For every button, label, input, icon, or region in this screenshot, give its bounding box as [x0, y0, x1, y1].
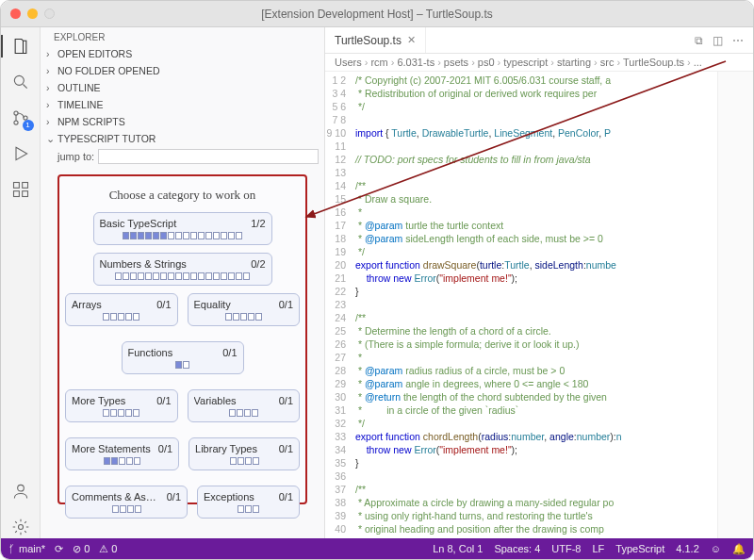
status-encoding[interactable]: UTF-8: [551, 543, 581, 555]
account-icon[interactable]: [9, 480, 32, 502]
explorer-icon[interactable]: [9, 35, 32, 58]
section-outline[interactable]: ›OUTLINE: [41, 79, 324, 96]
scm-badge: 1: [23, 120, 34, 131]
gear-icon[interactable]: [9, 516, 32, 538]
maximize-window-icon[interactable]: [44, 8, 55, 19]
tab-label: TurtleSoup.ts: [335, 34, 402, 47]
window-title: [Extension Development Host] – TurtleSou…: [261, 8, 492, 21]
jump-to-row: jump to:: [41, 147, 324, 167]
status-branch[interactable]: ᚶ main*: [8, 543, 45, 554]
minimap[interactable]: [717, 72, 753, 538]
close-window-icon[interactable]: [10, 8, 21, 19]
category-more-statements[interactable]: More Statements0/1: [65, 437, 179, 470]
svg-point-1: [13, 111, 17, 115]
category-equality[interactable]: Equality0/1: [188, 293, 301, 326]
split-editor-icon[interactable]: ◫: [713, 34, 723, 47]
status-eol[interactable]: LF: [592, 543, 604, 555]
status-language[interactable]: TypeScript: [615, 543, 664, 555]
window-controls[interactable]: [10, 8, 55, 19]
category-comments-assertions[interactable]: Comments & Assertions0/1: [65, 486, 188, 519]
category-basic-typescript[interactable]: Basic TypeScript1/2: [93, 212, 272, 245]
svg-point-2: [13, 121, 17, 124]
code-editor[interactable]: 1 2 3 4 5 6 7 8 9 10 11 12 13 14 15 16 1…: [325, 72, 753, 538]
section-npm-scripts[interactable]: ›NPM SCRIPTS: [41, 113, 324, 130]
explorer-panel: EXPLORER ›OPEN EDITORS›NO FOLDER OPENED›…: [41, 27, 325, 538]
status-errors[interactable]: ⊘ 0: [73, 543, 90, 555]
category-functions[interactable]: Functions0/1: [122, 341, 244, 374]
tutor-heading: Choose a category to work on: [65, 188, 300, 203]
line-gutter: 1 2 3 4 5 6 7 8 9 10 11 12 13 14 15 16 1…: [325, 72, 352, 538]
status-sync[interactable]: ⟳: [55, 543, 63, 555]
explorer-title: EXPLORER: [41, 27, 324, 45]
tutor-categories: Choose a category to work on Basic TypeS…: [57, 174, 307, 504]
editor-tabs: TurtleSoup.ts ✕ ⧉ ◫ ⋯: [325, 27, 753, 54]
section-open-editors[interactable]: ›OPEN EDITORS: [41, 45, 324, 62]
search-icon[interactable]: [9, 71, 32, 93]
category-library-types[interactable]: Library Types0/1: [188, 437, 300, 470]
editor-group: TurtleSoup.ts ✕ ⧉ ◫ ⋯ Users›rcm›6.031-ts…: [325, 27, 753, 538]
status-spaces[interactable]: Spaces: 4: [494, 543, 540, 555]
jump-input[interactable]: [98, 149, 319, 164]
svg-rect-7: [22, 191, 27, 197]
close-tab-icon[interactable]: ✕: [407, 34, 416, 46]
category-exceptions[interactable]: Exceptions0/1: [197, 486, 300, 519]
code-lines[interactable]: /* Copyright (c) 2007-2021 MIT 6.005/6.0…: [352, 72, 717, 538]
section-timeline[interactable]: ›TIMELINE: [41, 96, 324, 113]
category-arrays[interactable]: Arrays0/1: [65, 293, 178, 326]
breadcrumb[interactable]: Users›rcm›6.031-ts›psets›ps0›typescript›…: [325, 54, 753, 72]
category-numbers-strings[interactable]: Numbers & Strings0/2: [93, 253, 272, 286]
minimize-window-icon[interactable]: [27, 8, 38, 19]
source-control-icon[interactable]: 1: [9, 107, 32, 129]
status-position[interactable]: Ln 8, Col 1: [433, 543, 483, 555]
section-no-folder-opened[interactable]: ›NO FOLDER OPENED: [41, 62, 324, 79]
status-bar: ᚶ main* ⟳ ⊘ 0 ⚠ 0 Ln 8, Col 1 Spaces: 4 …: [1, 538, 753, 559]
category-variables[interactable]: Variables0/1: [188, 389, 301, 422]
status-version[interactable]: 4.1.2: [676, 543, 698, 555]
category-more-types[interactable]: More Types0/1: [65, 389, 178, 422]
status-warnings[interactable]: ⚠ 0: [99, 543, 117, 555]
jump-label: jump to:: [57, 151, 94, 162]
more-icon[interactable]: ⋯: [732, 34, 744, 47]
status-feedback-icon[interactable]: ☺: [711, 543, 721, 555]
svg-rect-4: [13, 183, 19, 189]
extensions-icon[interactable]: [9, 178, 32, 201]
tab-turtlesoup[interactable]: TurtleSoup.ts ✕: [325, 27, 426, 53]
compare-icon[interactable]: ⧉: [695, 34, 703, 47]
run-debug-icon[interactable]: [9, 142, 32, 165]
svg-rect-5: [22, 183, 27, 189]
section-typescript-tutor[interactable]: ⌄TYPESCRIPT TUTOR: [41, 130, 324, 147]
svg-point-0: [14, 75, 24, 85]
activity-bar: 1: [1, 27, 41, 538]
svg-point-9: [18, 525, 23, 530]
svg-rect-6: [13, 191, 19, 197]
status-bell-icon[interactable]: 🔔: [732, 543, 746, 555]
svg-point-8: [17, 485, 24, 491]
titlebar: [Extension Development Host] – TurtleSou…: [1, 1, 753, 27]
